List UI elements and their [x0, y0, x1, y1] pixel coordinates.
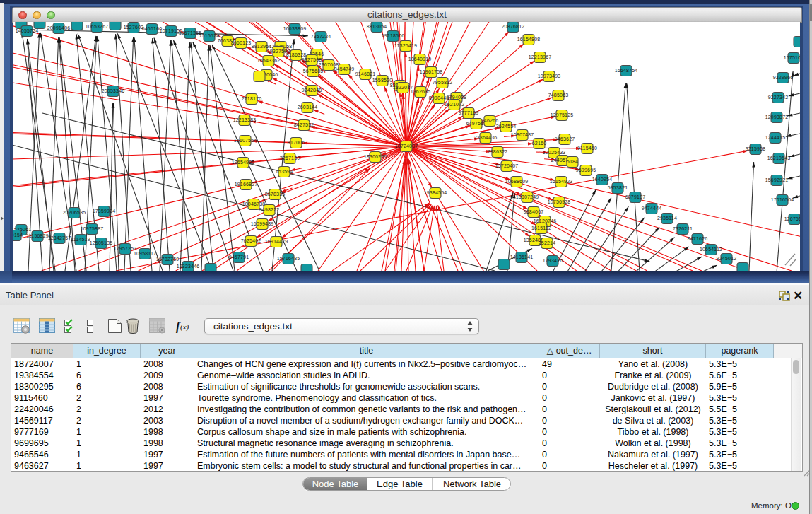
svg-text:10654112: 10654112 [700, 247, 722, 252]
svg-text:20053346: 20053346 [102, 88, 125, 93]
svg-text:39154: 39154 [13, 233, 23, 238]
svg-text:1558520: 1558520 [372, 78, 393, 83]
svg-text:1527602: 1527602 [124, 25, 144, 30]
svg-text:8454749: 8454749 [334, 66, 355, 71]
svg-text:7326211: 7326211 [673, 226, 693, 231]
svg-text:153594: 153594 [276, 169, 293, 174]
svg-text:15720407: 15720407 [495, 163, 519, 168]
svg-text:16782759: 16782759 [156, 257, 180, 262]
svg-text:20206535: 20206535 [63, 210, 86, 215]
svg-text:14055724: 14055724 [16, 28, 39, 33]
svg-text:9777169: 9777169 [459, 110, 479, 115]
svg-text:17016504: 17016504 [771, 197, 794, 202]
svg-text:9242848: 9242848 [302, 88, 322, 93]
svg-text:15716485: 15716485 [277, 256, 300, 261]
svg-text:9474444: 9474444 [642, 206, 662, 211]
svg-text:7986322: 7986322 [488, 149, 508, 154]
svg-text:10046738: 10046738 [242, 201, 266, 206]
svg-text:18724007: 18724007 [395, 144, 418, 148]
svg-text:3215958: 3215958 [746, 146, 766, 151]
svg-text:9684067: 9684067 [524, 209, 544, 214]
svg-text:16154923: 16154923 [550, 179, 573, 184]
svg-text:16961758: 16961758 [420, 69, 443, 74]
svg-text:7515524: 7515524 [199, 33, 220, 38]
svg-text:12975125: 12975125 [551, 112, 574, 117]
svg-text:2718170: 2718170 [242, 96, 262, 101]
svg-text:18640910: 18640910 [408, 57, 432, 62]
svg-text:10975887: 10975887 [81, 226, 104, 231]
svg-text:20876812: 20876812 [502, 24, 525, 29]
svg-text:8813054: 8813054 [367, 24, 387, 29]
svg-text:7357224: 7357224 [311, 34, 331, 39]
svg-text:12213383: 12213383 [233, 117, 257, 122]
svg-text:1621072: 1621072 [445, 102, 465, 107]
svg-text:1615112: 1615112 [531, 226, 551, 230]
svg-text:7625402: 7625402 [241, 238, 261, 243]
svg-text:9329966: 9329966 [773, 75, 794, 80]
svg-text:10653267: 10653267 [86, 24, 109, 29]
svg-text:16914479: 16914479 [265, 239, 288, 244]
svg-text:5953821: 5953821 [608, 185, 628, 190]
svg-text:12323446: 12323446 [177, 264, 200, 269]
svg-text:9115460: 9115460 [577, 146, 597, 151]
svg-text:10025433: 10025433 [543, 150, 566, 155]
svg-text:17359924: 17359924 [93, 209, 116, 214]
svg-text:8660123: 8660123 [231, 40, 252, 45]
svg-text:62160: 62160 [532, 141, 546, 146]
svg-text:1640954: 1640954 [592, 177, 613, 182]
svg-text:1362635: 1362635 [411, 89, 431, 94]
svg-text:18807249: 18807249 [516, 194, 539, 199]
svg-text:10958117: 10958117 [134, 251, 156, 256]
svg-text:11156829: 11156829 [26, 233, 49, 238]
svg-text:19166827: 19166827 [235, 182, 258, 187]
svg-text:16033809: 16033809 [283, 26, 307, 31]
svg-text:10688609: 10688609 [505, 179, 529, 184]
svg-text:19218506: 19218506 [382, 33, 405, 38]
svg-text:8678335: 8678335 [265, 192, 286, 197]
svg-text:14136141: 14136141 [510, 255, 534, 259]
svg-text:746266: 746266 [481, 118, 499, 123]
svg-text:19671355: 19671355 [179, 30, 202, 35]
svg-text:1793426: 1793426 [543, 258, 563, 263]
svg-text:20091406: 20091406 [47, 25, 71, 30]
svg-text:9463627: 9463627 [555, 136, 575, 141]
svg-text:1114519: 1114519 [71, 237, 90, 242]
svg-text:9699695: 9699695 [576, 168, 596, 173]
svg-text:2603144: 2603144 [298, 105, 318, 110]
svg-text:11325419: 11325419 [394, 43, 417, 48]
svg-text:15692921: 15692921 [765, 177, 789, 182]
svg-text:16107554: 16107554 [234, 138, 257, 143]
svg-text:19384554: 19384554 [424, 190, 447, 195]
svg-text:7955812: 7955812 [433, 80, 453, 85]
svg-text:12213967: 12213967 [529, 54, 552, 59]
svg-text:19654985: 19654985 [232, 160, 255, 165]
svg-text:8427552: 8427552 [294, 122, 314, 127]
svg-text:8186328: 8186328 [286, 52, 307, 57]
svg-text:3624554: 3624554 [496, 124, 517, 129]
svg-text:12093872: 12093872 [765, 115, 789, 119]
svg-text:17957253: 17957253 [114, 246, 137, 251]
svg-text:5184: 5184 [567, 159, 578, 164]
svg-text:8471626: 8471626 [688, 236, 708, 241]
svg-text:5675685: 5675685 [303, 69, 324, 74]
svg-text:16099489: 16099489 [251, 221, 274, 226]
svg-text:1267531: 1267531 [784, 216, 800, 221]
svg-text:817006: 817006 [288, 140, 305, 145]
svg-text:(x): (x) [180, 322, 189, 332]
svg-text:7485063: 7485063 [548, 93, 569, 98]
svg-text:9327508: 9327508 [302, 57, 322, 62]
svg-text:23364436: 23364436 [474, 135, 498, 140]
svg-text:18300295: 18300295 [364, 154, 387, 159]
svg-text:9146821: 9146821 [355, 71, 376, 76]
svg-text:16210643: 16210643 [767, 156, 791, 160]
svg-text:10973493: 10973493 [538, 74, 561, 78]
svg-text:16543362: 16543362 [257, 58, 281, 63]
svg-text:1575104: 1575104 [784, 55, 800, 60]
svg-text:10807487: 10807487 [511, 132, 534, 137]
svg-text:252214: 252214 [539, 240, 556, 245]
svg-text:10756928: 10756928 [548, 199, 571, 204]
svg-text:1244415: 1244415 [765, 135, 786, 140]
svg-text:3267130: 3267130 [280, 156, 300, 160]
svg-text:12342757: 12342757 [48, 235, 71, 240]
svg-text:9457791: 9457791 [229, 255, 249, 259]
